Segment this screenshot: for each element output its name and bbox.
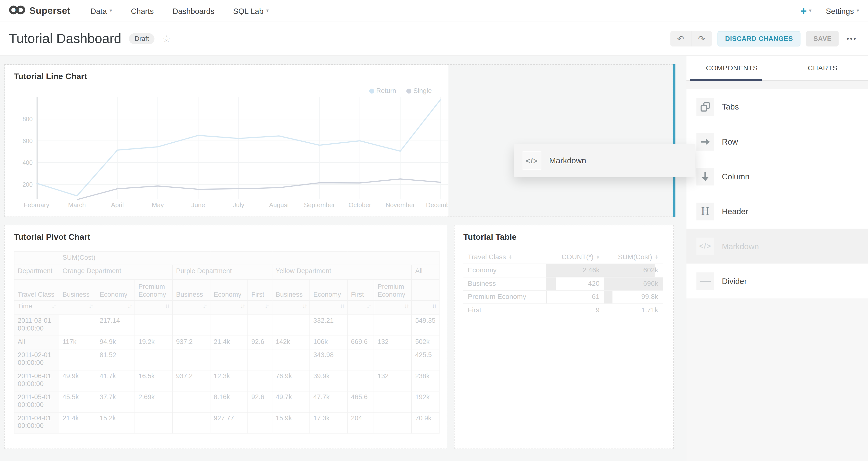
undo-button[interactable]: ↶ xyxy=(671,31,691,47)
svg-text:February: February xyxy=(24,201,50,209)
pivot-sort-cell[interactable]: ↓↑ xyxy=(96,300,135,315)
legend-dot-icon xyxy=(369,88,374,93)
plus-icon: + xyxy=(801,6,807,16)
pivot-row: 2011-05-01 00:00:0045.5k37.7k2.69k8.16k9… xyxy=(14,391,439,412)
pivot-subheader: Premium Economy xyxy=(374,279,412,300)
chart-title: Tutorial Pivot Chart xyxy=(14,232,90,242)
legend-item-single[interactable]: Single xyxy=(406,87,432,95)
sort-icon[interactable]: ↓↑ xyxy=(265,302,269,309)
table-cell-count: 2.46k xyxy=(546,264,604,277)
sidebar-item-markdown[interactable]: </>Markdown xyxy=(686,229,868,264)
redo-button[interactable]: ↷ xyxy=(691,31,712,47)
header-icon: H xyxy=(696,202,714,220)
pivot-value-cell: 217.14 xyxy=(96,315,135,336)
nav-item-charts[interactable]: Charts xyxy=(131,6,154,15)
pivot-sort-cell[interactable]: ↓↑ xyxy=(272,300,310,315)
pivot-subheader: First xyxy=(248,279,272,300)
discard-changes-button[interactable]: DISCARD CHANGES xyxy=(717,31,801,47)
pivot-value-cell: 49.9k xyxy=(59,370,96,391)
nav-item-sql-lab[interactable]: SQL Lab▾ xyxy=(233,6,269,15)
table-cell-sum: 602k xyxy=(604,264,662,277)
sort-icon[interactable]: ↓↑ xyxy=(240,302,244,309)
table-chart-card[interactable]: Tutorial Table Travel Class▲▼COUNT(*)▲▼S… xyxy=(454,225,674,449)
pivot-sort-cell[interactable]: ↓↑ xyxy=(411,300,439,315)
table-column-header[interactable]: COUNT(*)▲▼ xyxy=(546,250,604,264)
pivot-sort-cell[interactable]: ↓↑ xyxy=(374,300,412,315)
save-button[interactable]: SAVE xyxy=(806,31,839,47)
sort-icon[interactable]: ▲▼ xyxy=(655,255,658,259)
page-title[interactable]: Tutorial Dashboard xyxy=(9,31,121,47)
more-menu-button[interactable]: ••• xyxy=(844,35,859,42)
pivot-subheader: Economy xyxy=(96,279,135,300)
drag-ghost-markdown[interactable]: </> Markdown xyxy=(514,144,695,177)
tab-components[interactable]: COMPONENTS xyxy=(686,56,777,80)
sidebar-item-divider[interactable]: Divider xyxy=(686,264,868,299)
pivot-value-cell: 39.9k xyxy=(310,370,347,391)
new-item-button[interactable]: + ▾ xyxy=(801,6,811,16)
pivot-value-cell: 142k xyxy=(272,336,310,349)
pivot-sort-cell[interactable]: ↓↑ xyxy=(248,300,272,315)
pivot-sort-cell[interactable]: ↓↑ xyxy=(347,300,374,315)
pivot-value-cell xyxy=(248,370,272,391)
sort-icon[interactable]: ↓↑ xyxy=(367,302,370,309)
pivot-value-cell: 92.6 xyxy=(248,391,272,412)
sort-descending-icon[interactable]: ↓↑ xyxy=(432,302,436,309)
pivot-value-cell xyxy=(173,349,210,370)
pivot-value-cell: 132 xyxy=(374,336,412,349)
sidebar-item-header[interactable]: HHeader xyxy=(686,194,868,228)
pivot-sort-cell[interactable]: ↓↑ xyxy=(135,300,173,315)
table-cell-count: 420 xyxy=(546,277,604,290)
sort-icon[interactable]: ↓↑ xyxy=(203,302,207,309)
sort-icon[interactable]: ↓↑ xyxy=(404,302,408,309)
tab-charts[interactable]: CHARTS xyxy=(777,56,868,80)
table-column-header[interactable]: Travel Class▲▼ xyxy=(463,250,546,264)
legend-item-return[interactable]: Return xyxy=(369,87,396,95)
nav-item-dashboards[interactable]: Dashboards xyxy=(173,6,214,15)
favorite-star-icon[interactable]: ☆ xyxy=(162,33,171,44)
line-chart-card[interactable]: 200400600800FebruaryMarchAprilMayJuneJul… xyxy=(5,65,448,216)
pivot-time-sort-cell[interactable]: Time↓↑ xyxy=(14,300,59,315)
sort-icon[interactable]: ▲▼ xyxy=(596,255,599,259)
pivot-row-label: 2011-05-01 00:00:00 xyxy=(14,391,59,412)
top-navbar: Superset Data▾ChartsDashboardsSQL Lab▾ +… xyxy=(0,0,868,22)
sort-icon[interactable]: ↓↑ xyxy=(302,302,306,309)
sort-icon[interactable]: ▲▼ xyxy=(509,255,512,259)
sort-icon[interactable]: ↓↑ xyxy=(52,302,56,309)
pivot-value-cell: 21.4k xyxy=(210,336,248,349)
sort-icon[interactable]: ↓↑ xyxy=(340,302,344,309)
pivot-value-cell: 70.9k xyxy=(411,412,439,433)
pivot-sort-cell[interactable]: ↓↑ xyxy=(59,300,96,315)
nav-item-label: Data xyxy=(91,6,107,15)
settings-menu[interactable]: Settings ▾ xyxy=(826,6,859,15)
sidebar-item-row[interactable]: Row xyxy=(686,124,868,159)
pivot-table: SUM(Cost)DepartmentOrange DepartmentPurp… xyxy=(14,251,440,433)
pivot-row: 2011-03-01 00:00:00217.14332.21549.35 xyxy=(14,315,439,336)
sort-icon[interactable]: ↓↑ xyxy=(165,302,169,309)
table-cell-travel-class: Premium Economy xyxy=(463,290,546,304)
pivot-value-cell xyxy=(374,315,412,336)
pivot-value-cell xyxy=(347,370,374,391)
sidebar-item-column[interactable]: Column xyxy=(686,159,868,194)
svg-text:November: November xyxy=(385,201,415,209)
pivot-sort-cell[interactable]: ↓↑ xyxy=(310,300,347,315)
sort-icon[interactable]: ↓↑ xyxy=(89,302,92,309)
table-column-header[interactable]: SUM(Cost)▲▼ xyxy=(604,250,662,264)
component-label: Header xyxy=(722,207,748,216)
component-label: Divider xyxy=(722,277,747,285)
column-arrow-icon xyxy=(696,167,714,185)
svg-text:600: 600 xyxy=(22,137,33,144)
pivot-value-cell xyxy=(173,315,210,336)
pivot-sort-cell[interactable]: ↓↑ xyxy=(173,300,210,315)
pivot-sort-cell[interactable]: ↓↑ xyxy=(210,300,248,315)
dashboard-row[interactable]: 200400600800FebruaryMarchAprilMayJuneJul… xyxy=(4,64,673,217)
table-cell-travel-class: First xyxy=(463,304,546,317)
superset-logo[interactable]: Superset xyxy=(9,4,70,18)
sidebar-item-tabs[interactable]: Tabs xyxy=(686,89,868,124)
pivot-value-cell: 927.77 xyxy=(210,412,248,433)
nav-item-data[interactable]: Data▾ xyxy=(91,6,112,15)
divider-icon xyxy=(696,272,714,290)
svg-text:April: April xyxy=(111,201,124,209)
pivot-chart-card[interactable]: Tutorial Pivot Chart SUM(Cost)Department… xyxy=(4,225,447,449)
pivot-value-cell: 238k xyxy=(411,370,439,391)
sort-icon[interactable]: ↓↑ xyxy=(127,302,131,309)
